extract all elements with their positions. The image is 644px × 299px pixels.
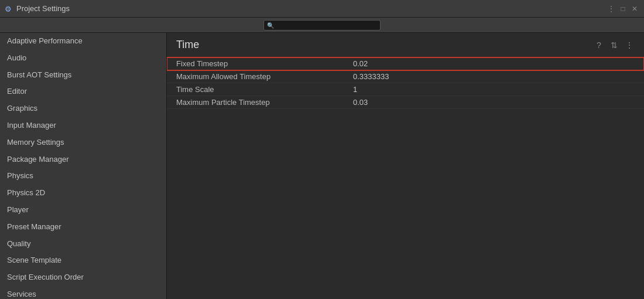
settings-label: Maximum Allowed Timestep (167, 70, 348, 83)
content-header: Time ? ⇅ ⋮ (167, 33, 644, 57)
settings-label: Fixed Timestep (167, 57, 348, 70)
settings-label: Maximum Particle Timestep (167, 96, 348, 108)
sidebar-item-quality[interactable]: Quality (0, 236, 166, 253)
sidebar: Adaptive PerformanceAudioBurst AOT Setti… (0, 33, 167, 299)
sidebar-item-memory-settings[interactable]: Memory Settings (0, 134, 166, 151)
content-header-icons: ? ⇅ ⋮ (594, 40, 635, 50)
settings-row: Maximum Particle Timestep0.03 (167, 96, 644, 109)
search-icon: 🔍 (267, 22, 274, 28)
help-button[interactable]: ? (594, 40, 604, 50)
title-bar: ⚙ Project Settings ⋮ □ ✕ (0, 0, 644, 18)
main-layout: Adaptive PerformanceAudioBurst AOT Setti… (0, 33, 644, 299)
sidebar-item-editor[interactable]: Editor (0, 83, 166, 100)
sidebar-item-physics[interactable]: Physics (0, 168, 166, 185)
sidebar-item-graphics[interactable]: Graphics (0, 100, 166, 117)
gear-icon: ⚙ (5, 5, 13, 13)
content-title: Time (176, 39, 199, 51)
menu-button[interactable]: ⋮ (624, 40, 635, 50)
more-options-button[interactable]: ⋮ (607, 4, 616, 13)
sidebar-item-services[interactable]: Services (0, 286, 166, 299)
sidebar-item-preset-manager[interactable]: Preset Manager (0, 219, 166, 236)
sidebar-item-player[interactable]: Player (0, 202, 166, 219)
sidebar-item-package-manager[interactable]: Package Manager (0, 151, 166, 168)
sidebar-item-adaptive-performance[interactable]: Adaptive Performance (0, 33, 166, 50)
title-bar-controls: ⋮ □ ✕ (607, 4, 639, 13)
search-input[interactable] (263, 20, 381, 30)
search-bar: 🔍 (0, 18, 644, 33)
search-wrap: 🔍 (263, 20, 381, 30)
sidebar-item-audio[interactable]: Audio (0, 50, 166, 67)
window-title: Project Settings (16, 4, 70, 13)
settings-row: Maximum Allowed Timestep0.3333333 (167, 70, 644, 83)
maximize-button[interactable]: □ (618, 4, 628, 13)
settings-value: 1 (348, 83, 644, 96)
sidebar-item-scene-template[interactable]: Scene Template (0, 252, 166, 269)
settings-value: 0.02 (348, 57, 644, 70)
close-button[interactable]: ✕ (630, 4, 639, 13)
title-bar-left: ⚙ Project Settings (5, 4, 70, 13)
settings-value: 0.03 (348, 96, 644, 108)
sidebar-item-physics-2d[interactable]: Physics 2D (0, 185, 166, 202)
settings-row: Time Scale1 (167, 83, 644, 96)
sidebar-item-script-execution-order[interactable]: Script Execution Order (0, 269, 166, 286)
sidebar-item-input-manager[interactable]: Input Manager (0, 117, 166, 134)
sidebar-item-burst-aot-settings[interactable]: Burst AOT Settings (0, 67, 166, 84)
settings-row: Fixed Timestep0.02 (167, 57, 644, 70)
layout-button[interactable]: ⇅ (609, 40, 619, 50)
settings-table: Fixed Timestep0.02Maximum Allowed Timest… (167, 57, 644, 109)
settings-value: 0.3333333 (348, 70, 644, 83)
settings-label: Time Scale (167, 83, 348, 96)
content-area: Time ? ⇅ ⋮ Fixed Timestep0.02Maximum All… (167, 33, 644, 299)
